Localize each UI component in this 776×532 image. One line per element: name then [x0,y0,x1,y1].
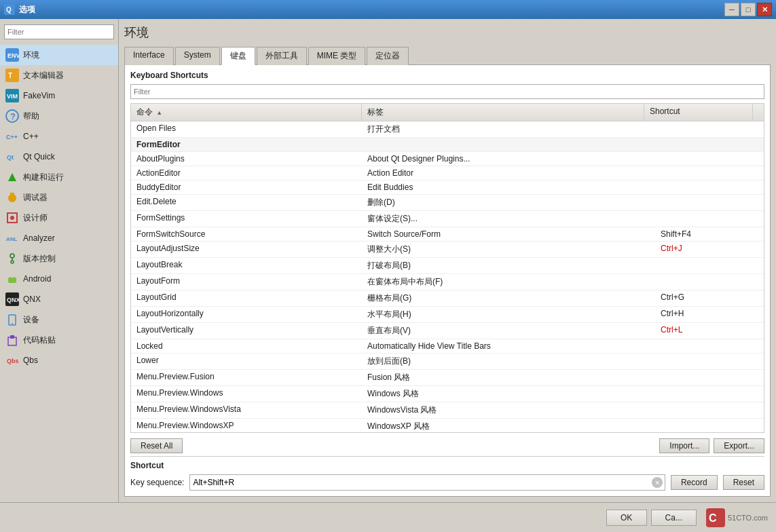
table-row[interactable]: Edit.Delete删除(D) [131,195,764,211]
close-button[interactable]: ✕ [757,3,772,16]
table-row[interactable]: LayoutForm在窗体布局中布局(F) [131,274,764,290]
paste-icon [5,333,19,347]
table-row[interactable]: Lower放到后面(B) [131,354,764,370]
sidebar-label-vcs: 版本控制 [23,253,56,265]
panel-title: Keyboard Shortcuts [130,71,764,80]
td-shortcut [655,138,764,151]
sidebar-item-device[interactable]: 设备 [0,309,118,330]
sidebar-filter-box [0,22,118,42]
table-row[interactable]: LayoutHorizontally水平布局(H)Ctrl+H [131,307,764,323]
sidebar-label-cpp: C++ [23,132,39,141]
table-row[interactable]: Menu.Preview.FusionFusion 风格 [131,370,764,386]
tab-locator[interactable]: 定位器 [367,47,409,65]
table-row[interactable]: LayoutVertically垂直布局(V)Ctrl+L [131,323,764,339]
td-shortcut [655,121,764,137]
table-row[interactable]: Open Files打开文档 [131,121,764,138]
sidebar-filter-input[interactable] [4,24,114,39]
cancel-button[interactable]: Ca... [651,510,697,526]
table-row[interactable]: LayoutAdjustSize调整大小(S)Ctrl+J [131,242,764,258]
shortcut-section-title: Shortcut [130,461,764,470]
table-row[interactable]: Menu.Preview.WindowsXPWindowsXP 风格 [131,419,764,432]
tab-keyboard[interactable]: 键盘 [221,47,255,65]
td-tag: 打开文档 [362,121,655,137]
svg-text:C++: C++ [6,134,18,140]
table-row[interactable]: FormEditor [131,138,764,152]
sidebar-item-qtquick[interactable]: Qt Qt Quick [0,147,118,167]
tab-mime[interactable]: MIME 类型 [308,47,366,65]
cpp-icon: C++ [5,130,19,143]
title-bar-left: Q 选项 [4,4,35,16]
reset-all-button[interactable]: Reset All [130,438,183,453]
sidebar-item-analyzer[interactable]: ANL Analyzer [0,228,118,248]
sidebar-label-text-editor: 文本编辑器 [23,70,64,81]
td-shortcut [655,166,764,180]
title-bar: Q 选项 ─ □ ✕ [0,0,776,19]
ok-button[interactable]: OK [606,510,647,526]
sidebar-item-qnx[interactable]: QNX QNX [0,289,118,309]
minimize-button[interactable]: ─ [724,3,739,16]
svg-text:ENV: ENV [7,52,19,59]
designer-icon [5,211,19,225]
window-title: 选项 [19,4,35,16]
sidebar-item-build[interactable]: 构建和运行 [0,167,118,187]
sidebar-item-debug[interactable]: 调试器 [0,187,118,208]
table-row[interactable]: LayoutGrid栅格布局(G)Ctrl+G [131,290,764,307]
env-icon: ENV [5,48,19,62]
panel-filter-input[interactable] [130,84,764,99]
table-row[interactable]: AboutPluginsAbout Qt Designer Plugins... [131,152,764,166]
import-button[interactable]: Import... [659,438,709,453]
table-row[interactable]: LayoutBreak打破布局(B) [131,258,764,274]
table-row[interactable]: FormSettings窗体设定(S)... [131,211,764,227]
td-command: LayoutForm [131,274,362,290]
branding: C 51CTO.com [706,508,768,527]
sidebar-label-fakevim: FakeVim [23,91,55,100]
sidebar-item-designer[interactable]: 设计师 [0,208,118,228]
svg-point-30 [10,277,11,278]
table-row[interactable]: FormSwitchSourceSwitch Source/FormShift+… [131,227,764,242]
sidebar-item-fakevim[interactable]: VIM FakeVim [0,86,118,106]
td-tag: 在窗体布局中布局(F) [362,274,655,290]
table-row[interactable]: BuddyEditorEdit Buddies [131,180,764,195]
build-icon [5,170,19,184]
svg-text:Qbs: Qbs [7,358,19,364]
sidebar-item-paste[interactable]: 代码粘贴 [0,330,118,350]
shortcut-row: Key sequence: ✕ Record Reset [130,474,764,491]
td-command: Locked [131,339,362,353]
sidebar-item-vcs[interactable]: 版本控制 [0,248,118,269]
sidebar-item-help[interactable]: ? 帮助 [0,106,118,126]
sidebar-item-android[interactable]: Android [0,269,118,289]
shortcut-section: Shortcut Key sequence: ✕ Record Reset [130,456,764,491]
td-command: Menu.Preview.WindowsVista [131,402,362,418]
tab-interface[interactable]: Interface [124,47,174,65]
table-row[interactable]: Menu.Preview.WindowsVistaWindowsVista 风格 [131,402,764,419]
td-tag: Action Editor [362,166,655,180]
td-shortcut: Ctrl+J [655,242,764,257]
shortcuts-table: 命令 ▲ 标签 Shortcut Open Files打开文档FormEdito… [130,103,764,433]
sidebar-item-qbs[interactable]: Qbs Qbs [0,350,118,370]
reset-shortcut-button[interactable]: Reset [723,475,764,490]
sidebar-item-env[interactable]: ENV 环境 [0,45,118,65]
tab-external[interactable]: 外部工具 [257,47,307,65]
sidebar-item-text-editor[interactable]: T 文本编辑器 [0,65,118,86]
td-shortcut [655,354,764,369]
export-button[interactable]: Export... [714,438,764,453]
th-scroll-placeholder [753,104,764,121]
sidebar-item-cpp[interactable]: C++ C++ [0,126,118,147]
table-body[interactable]: Open Files打开文档FormEditorAboutPluginsAbou… [131,121,764,432]
table-row[interactable]: ActionEditorAction Editor [131,166,764,180]
svg-point-31 [14,277,15,278]
record-button[interactable]: Record [671,475,718,490]
table-row[interactable]: Menu.Preview.WindowsWindows 风格 [131,386,764,402]
svg-text:ANL: ANL [6,236,18,242]
table-row[interactable]: LockedAutomatically Hide View Title Bars [131,339,764,354]
maximize-button[interactable]: □ [741,3,756,16]
sidebar-label-analyzer: Analyzer [23,233,55,243]
td-shortcut [655,339,764,353]
svg-text:T: T [8,72,12,79]
clear-key-sequence-button[interactable]: ✕ [652,477,663,488]
key-sequence-input[interactable] [189,474,665,491]
td-command: Menu.Preview.Windows [131,386,362,402]
td-command: LayoutGrid [131,290,362,306]
tab-system[interactable]: System [175,47,220,65]
sidebar: ENV 环境 T 文本编辑器 VIM FakeVim ? 帮助 C++ [0,19,119,502]
